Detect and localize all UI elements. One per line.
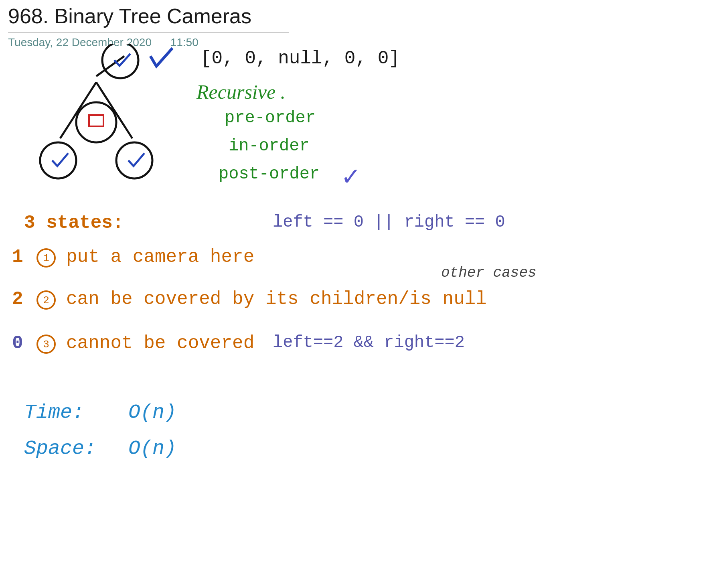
state2-number: 2: [12, 289, 23, 310]
state0-text: cannot be covered: [66, 333, 254, 354]
state1-text: put a camera here: [66, 247, 254, 268]
svg-text:2: 2: [43, 294, 49, 306]
postorder-label: post-order: [219, 164, 320, 184]
state2-circle: 2: [36, 290, 56, 310]
svg-text:3: 3: [43, 339, 49, 351]
svg-point-3: [102, 44, 138, 78]
time-value: O(n): [128, 401, 176, 424]
title-underline: [8, 32, 289, 33]
svg-rect-5: [89, 115, 103, 126]
states-label: 3 states:: [24, 213, 124, 233]
state2-text: can be covered by its children/is null: [66, 289, 487, 310]
array-notation: [0, 0, null, 0, 0]: [201, 48, 400, 69]
recursive-label: Recursive .: [196, 80, 286, 103]
state1-circle: 1: [36, 248, 56, 268]
state0-circle: 3: [36, 334, 56, 354]
other-cases-label: other cases: [441, 265, 537, 281]
state0-number: 0: [12, 333, 23, 354]
left-right-condition: left == 0 || right == 0: [273, 213, 505, 232]
svg-text:1: 1: [43, 252, 49, 264]
space-label: Space:: [24, 437, 96, 460]
inorder-label: in-order: [229, 136, 310, 156]
svg-point-6: [40, 142, 76, 178]
postorder-checkmark: ✓: [341, 162, 361, 191]
space-value: O(n): [128, 437, 176, 460]
state1-number: 1: [12, 247, 23, 268]
state0-condition: left==2 && right==2: [273, 333, 465, 352]
time-label: Time:: [24, 401, 84, 424]
svg-point-4: [76, 102, 116, 142]
tree-diagram: [12, 44, 180, 213]
svg-point-7: [116, 142, 152, 178]
preorder-label: pre-order: [225, 108, 316, 128]
page-title: 968. Binary Tree Cameras: [8, 4, 251, 28]
